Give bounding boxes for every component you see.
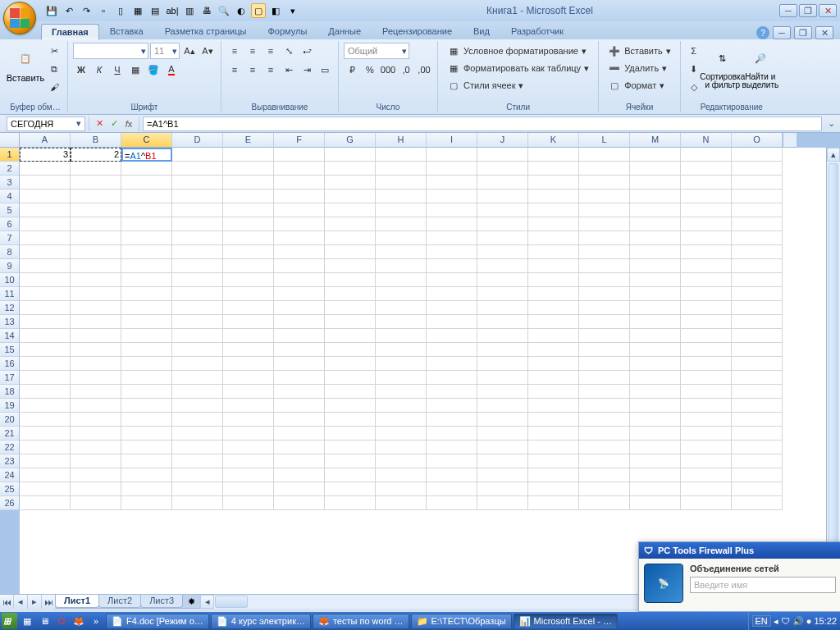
cell[interactable] (630, 413, 681, 427)
cell[interactable] (121, 399, 172, 413)
cell[interactable] (325, 427, 376, 441)
cell[interactable] (427, 231, 477, 245)
cell[interactable] (630, 371, 681, 385)
comma-icon[interactable]: 000 (380, 62, 396, 78)
cell[interactable] (376, 468, 427, 482)
cell[interactable] (477, 454, 528, 468)
help-icon[interactable]: ? (756, 26, 769, 39)
row-header[interactable]: 10 (0, 273, 20, 287)
cell[interactable] (325, 301, 376, 315)
cell[interactable] (71, 441, 121, 454)
cell[interactable] (172, 468, 223, 482)
cell[interactable] (325, 245, 376, 259)
cell[interactable] (325, 287, 376, 301)
cell[interactable] (732, 357, 783, 371)
cell[interactable] (528, 427, 579, 441)
align-top-icon[interactable]: ≡ (226, 43, 243, 59)
row-header[interactable]: 13 (0, 315, 20, 329)
cell[interactable] (477, 385, 528, 399)
row-header[interactable]: 25 (0, 482, 20, 496)
cell[interactable] (528, 357, 579, 371)
tab-developer[interactable]: Разработчик (500, 23, 574, 39)
cell[interactable] (528, 468, 579, 482)
cell[interactable] (528, 496, 579, 510)
cell[interactable] (71, 259, 121, 273)
cell[interactable] (325, 273, 376, 287)
cell[interactable] (681, 287, 732, 301)
cell[interactable] (681, 385, 732, 399)
cell[interactable] (732, 468, 783, 482)
cell[interactable] (325, 329, 376, 343)
cell[interactable] (732, 343, 783, 357)
cell[interactable] (223, 357, 274, 371)
cell[interactable] (223, 315, 274, 329)
cell[interactable] (172, 217, 223, 231)
cell[interactable] (732, 189, 783, 203)
cell[interactable] (579, 217, 630, 231)
cell[interactable] (477, 189, 528, 203)
cell[interactable] (528, 441, 579, 454)
cell[interactable] (376, 315, 427, 329)
cell[interactable] (477, 231, 528, 245)
cell[interactable] (630, 203, 681, 217)
cell[interactable] (477, 468, 528, 482)
cell[interactable] (427, 329, 477, 343)
cell[interactable] (20, 162, 71, 176)
tab-review[interactable]: Рецензирование (372, 23, 463, 39)
cell[interactable] (630, 482, 681, 496)
cell[interactable] (223, 371, 274, 385)
column-header[interactable]: N (681, 133, 732, 148)
decrease-decimal-icon[interactable]: ,00 (416, 62, 432, 78)
cell[interactable] (223, 189, 274, 203)
cell[interactable] (274, 148, 325, 162)
cell[interactable] (121, 357, 172, 371)
cell[interactable] (20, 203, 71, 217)
cell[interactable] (223, 245, 274, 259)
cell[interactable] (477, 343, 528, 357)
tray-icon[interactable]: 🔊 (792, 616, 804, 627)
cell[interactable] (172, 454, 223, 468)
cell[interactable] (732, 259, 783, 273)
cell[interactable] (528, 482, 579, 496)
row-header[interactable]: 20 (0, 413, 20, 427)
ql-desktop-icon[interactable]: 🖥 (36, 613, 52, 629)
cell[interactable] (223, 496, 274, 510)
orientation-icon[interactable]: ⤡ (281, 43, 297, 59)
cell[interactable] (528, 217, 579, 231)
row-header[interactable]: 19 (0, 399, 20, 413)
cell[interactable] (427, 162, 477, 176)
tab-data[interactable]: Данные (317, 23, 372, 39)
cell[interactable] (630, 245, 681, 259)
cell[interactable] (427, 148, 477, 162)
cell[interactable] (325, 441, 376, 454)
cell[interactable] (20, 176, 71, 189)
format-as-table-button[interactable]: ▦Форматировать как таблицу▾ (443, 60, 593, 76)
cell[interactable] (579, 385, 630, 399)
cell[interactable] (172, 399, 223, 413)
cell[interactable] (427, 203, 477, 217)
qat-customize-icon[interactable]: ▾ (285, 3, 300, 18)
cell[interactable] (274, 273, 325, 287)
cell[interactable] (20, 245, 71, 259)
cell[interactable] (223, 217, 274, 231)
cell[interactable] (71, 287, 121, 301)
decrease-font-icon[interactable]: A▾ (199, 43, 216, 59)
cell[interactable] (732, 162, 783, 176)
cell[interactable] (376, 273, 427, 287)
cell[interactable] (630, 189, 681, 203)
cell[interactable] (71, 329, 121, 343)
scroll-thumb[interactable] (829, 163, 838, 578)
cell[interactable] (376, 427, 427, 441)
cell[interactable] (579, 482, 630, 496)
cell[interactable] (172, 245, 223, 259)
cell[interactable] (579, 399, 630, 413)
cell[interactable] (172, 357, 223, 371)
cell[interactable] (274, 468, 325, 482)
cell[interactable] (274, 357, 325, 371)
qat-item[interactable]: ◧ (268, 3, 283, 18)
cell[interactable] (427, 343, 477, 357)
cell[interactable] (528, 301, 579, 315)
cell[interactable] (223, 287, 274, 301)
cell[interactable] (732, 454, 783, 468)
cell[interactable] (20, 273, 71, 287)
